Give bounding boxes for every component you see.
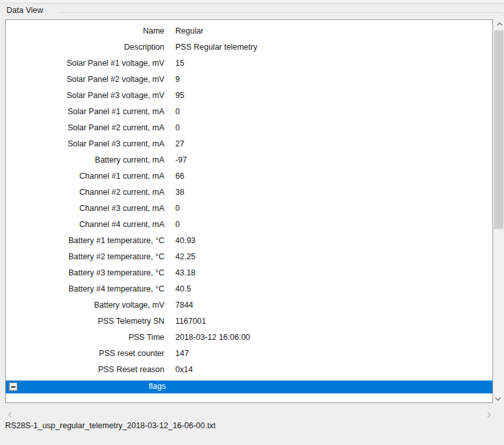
property-row[interactable]: Battery #3 temperature, °C43.18 (6, 265, 492, 281)
flags-group-label: flags (149, 381, 166, 393)
property-value: 40.5 (175, 281, 191, 297)
property-row[interactable]: PSS Reset reason0x14 (6, 362, 492, 378)
property-label: Battery #4 temperature, °C (6, 281, 164, 297)
property-row[interactable]: PSS Time2018-03-12 16:06:00 (6, 330, 492, 346)
property-label: Battery current, mA (6, 152, 164, 168)
property-label: Solar Panel #1 voltage, mV (6, 55, 164, 72)
property-row[interactable]: Battery #4 temperature, °C40.5 (6, 281, 492, 297)
chevron-down-icon (495, 395, 500, 400)
property-label: PSS Telemetry SN (6, 313, 164, 330)
property-value: Regular (175, 23, 204, 39)
property-row[interactable]: Channel #2 current, mA38 (6, 184, 492, 201)
chevron-right-icon (485, 411, 490, 417)
property-label: Battery voltage, mV (6, 297, 164, 313)
property-row[interactable]: Solar Panel #3 current, mA27 (6, 136, 492, 152)
top-divider-line (0, 3, 504, 4)
property-label: Solar Panel #3 voltage, mV (6, 88, 164, 104)
property-row[interactable]: Solar Panel #1 voltage, mV15 (6, 55, 492, 72)
minus-box-icon[interactable] (9, 382, 17, 391)
property-value: 42.25 (175, 249, 195, 265)
property-row[interactable]: Battery current, mA-97 (6, 152, 492, 168)
group-box-border (60, 12, 502, 13)
property-label: PSS reset counter (6, 346, 164, 362)
flags-group-row[interactable]: flags (6, 381, 492, 393)
status-filename: RS28S-1_usp_regular_telemetry_2018-03-12… (5, 421, 216, 430)
property-value: 38 (175, 184, 184, 201)
property-value: 7844 (175, 297, 193, 313)
property-value: 1167001 (175, 313, 206, 330)
scroll-left-button[interactable] (5, 409, 16, 420)
property-row[interactable]: Solar Panel #2 current, mA0 (6, 120, 492, 136)
scroll-up-button[interactable] (494, 19, 504, 30)
property-row[interactable]: NameRegular (6, 23, 492, 39)
property-label: Channel #2 current, mA (6, 184, 164, 201)
group-box-title: Data View (6, 6, 43, 15)
property-label: Name (6, 23, 164, 39)
property-row[interactable]: Solar Panel #1 current, mA0 (6, 104, 492, 120)
property-value: 15 (175, 55, 184, 72)
property-row[interactable]: PSS reset counter147 (6, 346, 492, 362)
property-label: Description (6, 39, 164, 55)
property-value: 66 (175, 168, 184, 184)
property-label: Channel #3 current, mA (6, 201, 164, 217)
property-row[interactable]: PSS Telemetry SN1167001 (6, 313, 492, 330)
scroll-right-button[interactable] (482, 409, 493, 420)
property-label: PSS Reset reason (6, 362, 164, 378)
property-value: 0 (175, 201, 180, 217)
property-value: 40.93 (175, 233, 195, 249)
chevron-left-icon (8, 411, 13, 417)
property-row[interactable]: Channel #3 current, mA0 (6, 201, 492, 217)
group-box-border-corner (502, 12, 503, 15)
property-label: PSS Time (6, 330, 164, 346)
property-label: Battery #1 temperature, °C (6, 233, 164, 249)
property-label: Channel #1 current, mA (6, 168, 164, 184)
property-value: 0 (175, 217, 180, 233)
property-row[interactable]: Channel #1 current, mA66 (6, 168, 492, 184)
property-value: 0x14 (175, 362, 193, 378)
property-list: NameRegularDescriptionPSS Regular teleme… (6, 20, 492, 378)
scroll-down-button[interactable] (494, 392, 504, 403)
property-label: Solar Panel #2 voltage, mV (6, 72, 164, 88)
property-value: 43.18 (175, 265, 195, 281)
property-value: -97 (175, 152, 187, 168)
property-value: 9 (175, 72, 180, 88)
property-value: 95 (175, 88, 184, 104)
property-value: 0 (175, 120, 180, 136)
property-row[interactable]: Battery #1 temperature, °C40.93 (6, 233, 492, 249)
property-row[interactable]: Battery voltage, mV7844 (6, 297, 492, 313)
property-label: Channel #4 current, mA (6, 217, 164, 233)
property-row[interactable]: Solar Panel #3 voltage, mV95 (6, 88, 492, 104)
minus-glyph (11, 386, 15, 388)
property-row[interactable]: Channel #4 current, mA0 (6, 217, 492, 233)
property-row[interactable]: Battery #2 temperature, °C42.25 (6, 249, 492, 265)
data-view-panel: NameRegularDescriptionPSS Regular teleme… (5, 19, 493, 403)
chevron-up-icon (497, 22, 502, 27)
property-row[interactable]: Solar Panel #2 voltage, mV9 (6, 72, 492, 88)
property-value: 147 (175, 346, 189, 362)
property-value: 2018-03-12 16:06:00 (175, 330, 250, 346)
property-label: Solar Panel #1 current, mA (6, 104, 164, 120)
property-value: 0 (175, 104, 180, 120)
property-label: Battery #2 temperature, °C (6, 249, 164, 265)
vertical-scrollbar[interactable] (494, 19, 504, 403)
property-value: PSS Regular telemetry (175, 39, 257, 55)
property-label: Solar Panel #3 current, mA (6, 136, 164, 152)
property-label: Solar Panel #2 current, mA (6, 120, 164, 136)
property-row[interactable]: DescriptionPSS Regular telemetry (6, 39, 492, 55)
vertical-scrollbar-thumb[interactable] (494, 30, 503, 229)
property-label: Battery #3 temperature, °C (6, 265, 164, 281)
property-value: 27 (175, 136, 184, 152)
